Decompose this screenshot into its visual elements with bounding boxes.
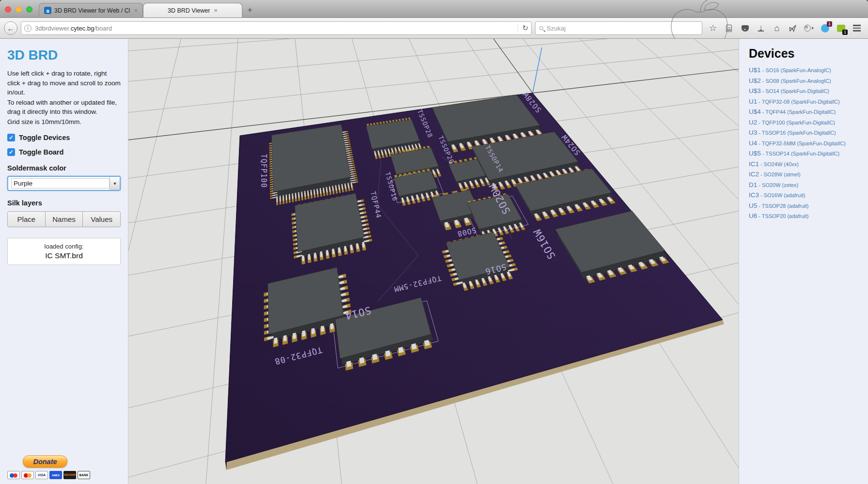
tab-title: 3D BRD Viewer	[168, 7, 210, 14]
device-item[interactable]: U1 - TQFP32-08 (SparkFun-DigitalIC)	[749, 98, 868, 105]
device-item[interactable]: IC1 - SO24W (40xx)	[749, 160, 868, 168]
toggle-label: Toggle Devices	[19, 134, 70, 141]
payment-icon-discover: DISCOVER	[63, 471, 76, 479]
toggle-label: Toggle Board	[19, 148, 63, 156]
search-input[interactable]: Szukaj	[535, 21, 702, 35]
device-item[interactable]: D1 - SO20W (zetex)	[749, 181, 868, 188]
soldermask-color-select[interactable]: Purple ▾	[7, 176, 121, 191]
device-ref: U$1	[749, 66, 761, 74]
device-item[interactable]: U$5 - TSSOP14 (SparkFun-DigitalIC)	[749, 150, 868, 157]
tab-bar: a 3D BRD Viewer for Web / Cl... × 3D BRD…	[0, 0, 868, 18]
site-info-icon[interactable]: i	[24, 25, 32, 32]
pcb-3d-scene[interactable]: TQFP100TSSOP28TSSOP20TSSOP16TSSOP14SO28W…	[128, 39, 739, 484]
search-placeholder: Szukaj	[547, 25, 566, 32]
tab-close-icon[interactable]: ×	[134, 7, 138, 14]
reading-list-icon[interactable]	[722, 21, 736, 35]
silk-names-button[interactable]: Names	[45, 211, 83, 227]
bookmark-star-icon[interactable]: ☆	[706, 21, 720, 35]
tab-3d-brd-viewer-for-web[interactable]: a 3D BRD Viewer for Web / Cl... ×	[39, 3, 143, 17]
search-icon	[539, 26, 543, 30]
loaded-config-label: loaded config:	[10, 243, 118, 250]
browser-window: a 3D BRD Viewer for Web / Cl... × 3D BRD…	[0, 0, 868, 484]
url-bar[interactable]: i 3dbrdviewer.cytec.bg/board ↻	[21, 21, 532, 35]
select-dropdown-arrow-icon[interactable]: ▾	[110, 177, 120, 190]
toolbar-icons: ☆ ⌄ ↓ ⌂ ▾ 1 1	[706, 21, 864, 35]
device-ref: IC2	[749, 171, 759, 178]
new-tab-button[interactable]: +	[247, 5, 253, 16]
zoom-window-button[interactable]	[26, 6, 32, 13]
instructions-text: Use left click + drag to rotate, right c…	[7, 69, 121, 127]
twitter-extension-icon[interactable]: 1	[818, 21, 832, 35]
minimize-window-button[interactable]	[16, 6, 22, 13]
tab-close-icon[interactable]: ×	[214, 7, 218, 14]
window-controls	[5, 6, 32, 13]
payment-icon-maestro	[7, 471, 20, 479]
close-window-button[interactable]	[5, 6, 11, 13]
device-ref: U$2	[749, 77, 761, 84]
silk-place-button[interactable]: Place	[7, 211, 46, 227]
loaded-config-box: loaded config: IC SMT.brd	[7, 238, 121, 265]
payment-icon-mastercard	[21, 471, 34, 479]
devices-title: Devices	[749, 47, 868, 61]
tab-3d-brd-viewer[interactable]: 3D BRD Viewer ×	[143, 3, 242, 17]
silk-values-button[interactable]: Values	[82, 211, 121, 227]
payment-icon-bank: BANK	[78, 471, 90, 479]
back-button[interactable]: ←	[4, 21, 17, 35]
page-content: 3D BRD Use left click + drag to rotate, …	[0, 39, 868, 484]
device-item[interactable]: U5 - TSSOP28 (adafruit)	[749, 202, 868, 209]
menu-hamburger-icon[interactable]	[850, 21, 864, 35]
3d-viewport[interactable]: TQFP100TSSOP28TSSOP20TSSOP16TSSOP14SO28W…	[128, 39, 739, 484]
device-desc: - SO08 (SparkFun-AnalogIC)	[761, 78, 831, 84]
donate-button[interactable]: Donate	[23, 455, 67, 468]
device-item[interactable]: U2 - TQFP100 (SparkFun-DigitalIC)	[749, 119, 868, 126]
soldermask-color-label: Soldermask color	[7, 164, 121, 172]
instruction-line: Use left click + drag to rotate, right c…	[7, 69, 121, 97]
home-icon[interactable]: ⌂	[770, 21, 784, 35]
toggle-toggle-devices[interactable]: ✓Toggle Devices	[7, 134, 121, 141]
devices-panel: Devices U$1 - SO16 (SparkFun-AnalogIC)U$…	[739, 39, 868, 484]
device-item[interactable]: U$2 - SO08 (SparkFun-AnalogIC)	[749, 77, 868, 84]
device-item[interactable]: U$1 - SO16 (SparkFun-AnalogIC)	[749, 66, 868, 74]
device-desc: - TQFP32-08 (SparkFun-DigitalIC)	[757, 99, 839, 105]
silk-layers-label: Silk layers	[7, 199, 121, 207]
reload-icon[interactable]: ↻	[518, 24, 528, 32]
device-desc: - TSSOP20 (adafruit)	[757, 213, 808, 219]
url-text: 3dbrdviewer.cytec.bg/board	[35, 25, 112, 32]
device-item[interactable]: IC2 - SO28W (atmel)	[749, 171, 868, 178]
toggle-group: ✓Toggle Devices✓Toggle Board	[7, 127, 121, 156]
device-item[interactable]: U4 - TQFP32-5MM (SparkFun-DigitalIC)	[749, 140, 868, 147]
device-item[interactable]: U6 - TSSOP20 (adafruit)	[749, 212, 868, 219]
downloads-icon[interactable]: ↓	[754, 21, 768, 35]
tab-title: 3D BRD Viewer for Web / Cl...	[54, 7, 130, 14]
device-item[interactable]: U$3 - SO14 (SparkFun-DigitalIC)	[749, 87, 868, 94]
device-ref: U$3	[749, 87, 761, 94]
device-item[interactable]: U3 - TSSOP16 (SparkFun-DigitalIC)	[749, 129, 868, 136]
device-desc: - SO28W (atmel)	[759, 172, 801, 177]
payment-icon-amex: AMEX	[49, 471, 62, 479]
device-desc: - TSSOP16 (SparkFun-DigitalIC)	[757, 130, 836, 136]
android-extension-icon[interactable]: 1	[834, 21, 848, 35]
toggle-toggle-board[interactable]: ✓Toggle Board	[7, 148, 121, 156]
pocket-icon[interactable]: ⌄	[738, 21, 752, 35]
device-ref: U4	[749, 140, 757, 147]
extension-globe-icon[interactable]: ▾	[802, 21, 816, 35]
tab-favicon: a	[44, 7, 51, 14]
device-desc: - SO24W (40xx)	[759, 161, 799, 167]
device-desc: - SO16 (SparkFun-AnalogIC)	[761, 67, 831, 73]
device-desc: - SO16W (adafruit)	[759, 192, 805, 198]
device-ref: U$5	[749, 150, 761, 157]
device-item[interactable]: U$4 - TQFP44 (SparkFun-DigitalIC)	[749, 108, 868, 115]
device-ref: U$4	[749, 108, 761, 115]
device-ref: U1	[749, 98, 757, 105]
navigation-bar: ← i 3dbrdviewer.cytec.bg/board ↻ Szukaj …	[0, 18, 868, 39]
instruction-line: Grid size is 10mm/10mm.	[7, 117, 121, 127]
instruction-line: To reload with another or updated file, …	[7, 98, 121, 117]
sidebar: 3D BRD Use left click + drag to rotate, …	[0, 39, 128, 484]
checkbox-icon[interactable]: ✓	[7, 148, 15, 156]
send-tab-icon[interactable]	[786, 21, 800, 35]
device-ref: IC3	[749, 191, 759, 199]
device-item[interactable]: IC3 - SO16W (adafruit)	[749, 191, 868, 199]
device-ref: U3	[749, 129, 757, 136]
device-ref: IC1	[749, 160, 759, 168]
checkbox-icon[interactable]: ✓	[7, 134, 15, 141]
